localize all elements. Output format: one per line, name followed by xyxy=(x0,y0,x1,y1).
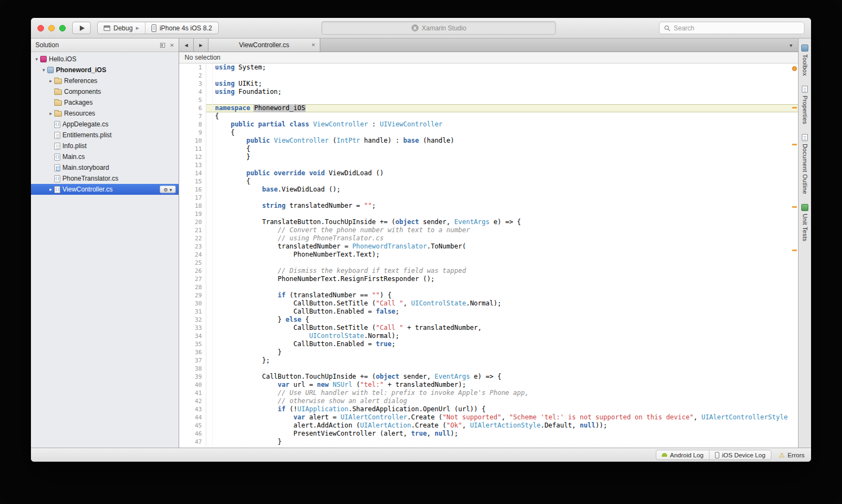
code-text[interactable]: // Convert the phone number with text to… xyxy=(213,226,798,234)
code-text[interactable]: PhoneNumberText.Text); xyxy=(213,251,798,259)
item-options-gear-button[interactable]: ⚙ ▾ xyxy=(160,186,176,194)
quick-task-marker[interactable] xyxy=(792,144,797,145)
code-text[interactable] xyxy=(213,96,798,104)
code-text[interactable] xyxy=(213,194,798,202)
code-text[interactable]: using UIKit; xyxy=(213,80,798,88)
close-window-button[interactable] xyxy=(37,25,44,31)
tab-viewcontroller-cs[interactable]: ViewController.cs ✕ xyxy=(208,39,320,52)
expand-arrow-icon[interactable]: ▸ xyxy=(47,187,54,192)
keyword-token: using xyxy=(215,88,235,95)
code-text[interactable]: // using PhoneTranslator.cs xyxy=(213,234,798,243)
search-field[interactable] xyxy=(659,22,805,34)
code-text[interactable]: CallButton.Enabled = true; xyxy=(213,340,798,348)
tree-item-main-cs[interactable]: Main.cs xyxy=(31,151,179,162)
code-text[interactable]: public ViewController (IntPtr handle) : … xyxy=(213,137,798,145)
code-text[interactable]: // Dismiss the keyboard if text field wa… xyxy=(213,267,798,275)
code-text[interactable]: using Foundation; xyxy=(213,88,798,96)
quick-task-marker[interactable] xyxy=(792,206,797,208)
code-text[interactable]: } xyxy=(213,438,798,446)
collapse-arrow-icon[interactable]: ▾ xyxy=(33,56,40,62)
code-text[interactable]: if (translatedNumber == "") { xyxy=(213,291,798,299)
tree-item-main-storyboard[interactable]: Main.storyboard xyxy=(31,162,179,173)
line-number: 25 xyxy=(179,259,206,267)
zoom-window-button[interactable] xyxy=(59,25,66,31)
panel-tab-properties[interactable]: Properties xyxy=(802,83,808,131)
code-text[interactable]: var url = new NSUrl ("tel:" + translated… xyxy=(213,381,798,389)
search-input[interactable] xyxy=(674,24,800,32)
tree-item-references[interactable]: ▸References xyxy=(31,75,179,86)
code-text[interactable] xyxy=(213,161,798,169)
code-text[interactable]: PresentViewController (alert, true, null… xyxy=(213,430,798,438)
code-text[interactable]: CallButton.Enabled = false; xyxy=(213,308,798,316)
expand-arrow-icon[interactable]: ▸ xyxy=(47,78,54,84)
code-text[interactable]: namespace Phoneword_iOS xyxy=(213,104,798,112)
code-text[interactable]: PhoneNumberText.ResignFirstResponder (); xyxy=(213,275,798,283)
line-number: 8 xyxy=(179,120,206,129)
code-text[interactable]: }; xyxy=(213,356,798,365)
code-text[interactable]: using System; xyxy=(213,63,798,72)
tree-item-entitlements-plist[interactable]: Entitlements.plist xyxy=(31,130,179,141)
close-pad-icon[interactable]: ✕ xyxy=(170,42,174,48)
code-text[interactable]: base.ViewDidLoad (); xyxy=(213,186,798,194)
navigate-forward-button[interactable]: ▶ xyxy=(194,39,208,52)
tree-item-viewcontroller-cs[interactable]: ▸ViewController.cs⚙ ▾ xyxy=(31,184,179,195)
code-text[interactable]: // Use URL handler with tel: prefix to i… xyxy=(213,389,798,397)
code-text[interactable]: if (!UIApplication.SharedApplication.Ope… xyxy=(213,405,798,413)
code-text[interactable]: public partial class ViewController : UI… xyxy=(213,120,798,129)
code-text[interactable] xyxy=(213,210,798,218)
code-text[interactable]: } else { xyxy=(213,316,798,324)
code-text[interactable]: string translatedNumber = ""; xyxy=(213,202,798,210)
code-text[interactable]: { xyxy=(213,112,798,120)
code-text[interactable] xyxy=(213,283,798,291)
collapse-arrow-icon[interactable]: ▾ xyxy=(40,67,47,73)
quick-task-marker[interactable] xyxy=(792,250,797,251)
code-text[interactable]: { xyxy=(213,145,798,153)
tree-item-phonetranslator-cs[interactable]: PhoneTranslator.cs xyxy=(31,173,179,184)
tree-item-components[interactable]: Components xyxy=(31,86,179,97)
code-text[interactable] xyxy=(213,259,798,267)
navigate-back-button[interactable]: ◀ xyxy=(179,39,194,52)
code-text[interactable]: // otherwise show an alert dialog xyxy=(213,397,798,405)
tree-item-phoneword-ios[interactable]: ▾Phoneword_iOS xyxy=(31,65,179,75)
code-text[interactable]: TranslateButton.TouchUpInside += (object… xyxy=(213,218,798,226)
code-text[interactable]: } xyxy=(213,153,798,161)
code-text[interactable] xyxy=(213,365,798,373)
android-log-button[interactable]: Android Log xyxy=(656,450,709,460)
quick-task-marker[interactable] xyxy=(792,107,797,109)
code-text[interactable]: translatedNumber = PhonewordTranslator.T… xyxy=(213,243,798,251)
errors-button[interactable]: ⚠ Errors xyxy=(779,452,805,458)
panel-tab-document-outline[interactable]: Document Outline xyxy=(802,131,808,201)
run-button[interactable] xyxy=(72,22,91,34)
code-text[interactable]: public override void ViewDidLoad () xyxy=(213,169,798,177)
tree-item-info-plist[interactable]: Info.plist xyxy=(31,141,179,151)
code-text[interactable]: { xyxy=(213,129,798,137)
line-number: 34 xyxy=(179,332,206,340)
code-text[interactable]: UIControlState.Normal); xyxy=(213,332,798,340)
tree-item-resources[interactable]: ▸Resources xyxy=(31,108,179,119)
code-text[interactable]: } xyxy=(213,348,798,356)
code-text[interactable]: var alert = UIAlertController.Create ("N… xyxy=(213,413,798,422)
ios-device-log-button[interactable]: iOS Device Log xyxy=(709,450,771,460)
code-text[interactable]: CallButton.TouchUpInside += (object send… xyxy=(213,373,798,381)
tree-item-hello-ios[interactable]: ▾Hello.iOS xyxy=(31,54,179,65)
tab-list-dropdown-icon[interactable]: ▾ xyxy=(784,39,798,52)
code-text[interactable]: CallButton.SetTitle ("Call ", UIControlS… xyxy=(213,299,798,308)
configuration-dropdown[interactable]: Debug ▸ xyxy=(98,22,145,34)
code-text[interactable]: { xyxy=(213,177,798,186)
panel-tab-unit-tests[interactable]: Unit Tests xyxy=(801,201,808,248)
device-dropdown[interactable]: iPhone 4s iOS 8.2 xyxy=(145,22,218,34)
tree-item-appdelegate-cs[interactable]: AppDelegate.cs xyxy=(31,119,179,130)
breadcrumb[interactable]: No selection xyxy=(179,52,798,63)
close-tab-icon[interactable]: ✕ xyxy=(311,42,315,48)
expand-arrow-icon[interactable]: ▸ xyxy=(47,111,54,116)
code-editor[interactable]: 1using System;23using UIKit;4using Found… xyxy=(179,63,798,448)
tree-item-packages[interactable]: Packages xyxy=(31,97,179,108)
code-text[interactable] xyxy=(213,72,798,80)
code-text[interactable]: alert.AddAction (UIAlertAction.Create ("… xyxy=(213,422,798,430)
keyword-token: new xyxy=(317,381,329,388)
analysis-status-icon[interactable] xyxy=(792,66,797,71)
dock-pad-icon[interactable] xyxy=(160,43,165,48)
code-text[interactable]: CallButton.SetTitle ("Call " + translate… xyxy=(213,324,798,332)
panel-tab-toolbox[interactable]: Toolbox xyxy=(801,42,808,83)
minimize-window-button[interactable] xyxy=(48,25,55,31)
